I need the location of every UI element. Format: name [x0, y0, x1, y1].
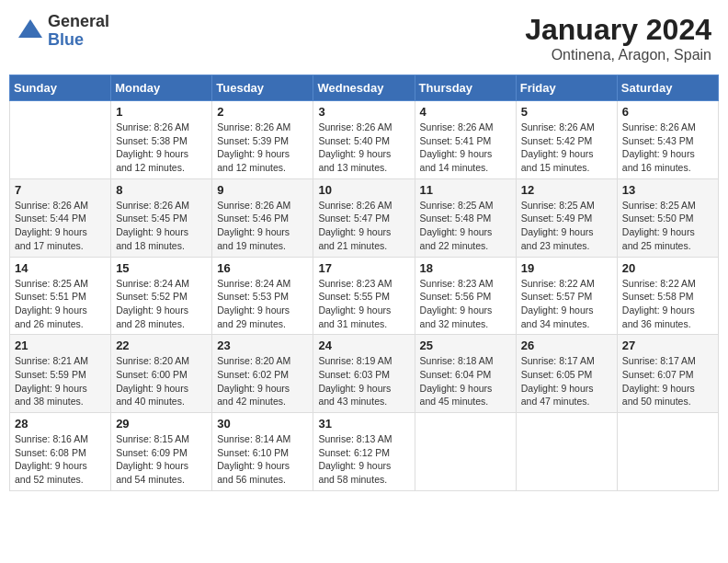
- day-number: 3: [318, 105, 409, 119]
- day-info: Sunrise: 8:23 AMSunset: 5:55 PMDaylight:…: [318, 277, 409, 331]
- calendar-cell: 28Sunrise: 8:16 AMSunset: 6:08 PMDayligh…: [10, 413, 111, 491]
- week-row-4: 21Sunrise: 8:21 AMSunset: 5:59 PMDayligh…: [10, 335, 719, 413]
- calendar-cell: 27Sunrise: 8:17 AMSunset: 6:07 PMDayligh…: [617, 335, 718, 413]
- day-of-week-thursday: Thursday: [415, 75, 516, 101]
- day-info: Sunrise: 8:22 AMSunset: 5:58 PMDaylight:…: [622, 277, 713, 331]
- calendar-cell: 16Sunrise: 8:24 AMSunset: 5:53 PMDayligh…: [212, 257, 313, 335]
- day-number: 1: [116, 105, 207, 119]
- page-header: General Blue January 2024 Ontinena, Arag…: [9, 9, 719, 67]
- calendar-cell: 25Sunrise: 8:18 AMSunset: 6:04 PMDayligh…: [415, 335, 516, 413]
- day-info: Sunrise: 8:16 AMSunset: 6:08 PMDaylight:…: [15, 432, 106, 487]
- calendar-cell: 8Sunrise: 8:26 AMSunset: 5:45 PMDaylight…: [111, 178, 212, 257]
- day-number: 26: [521, 339, 612, 352]
- calendar-cell: 6Sunrise: 8:26 AMSunset: 5:43 PMDaylight…: [617, 101, 718, 179]
- day-of-week-saturday: Saturday: [617, 75, 718, 101]
- day-of-week-sunday: Sunday: [10, 75, 111, 101]
- day-number: 10: [318, 183, 409, 197]
- calendar-cell: 23Sunrise: 8:20 AMSunset: 6:02 PMDayligh…: [212, 335, 313, 413]
- day-number: 4: [420, 105, 511, 119]
- day-number: 25: [420, 339, 511, 352]
- calendar-cell: 31Sunrise: 8:13 AMSunset: 6:12 PMDayligh…: [313, 413, 415, 491]
- day-number: 29: [116, 417, 207, 431]
- calendar-cell: 5Sunrise: 8:26 AMSunset: 5:42 PMDaylight…: [516, 101, 617, 179]
- week-row-1: 1Sunrise: 8:26 AMSunset: 5:38 PMDaylight…: [10, 101, 719, 179]
- calendar-cell: 2Sunrise: 8:26 AMSunset: 5:39 PMDaylight…: [212, 101, 313, 179]
- calendar-cell: 24Sunrise: 8:19 AMSunset: 6:03 PMDayligh…: [313, 335, 415, 413]
- calendar-cell: 26Sunrise: 8:17 AMSunset: 6:05 PMDayligh…: [516, 335, 617, 413]
- calendar-cell: 11Sunrise: 8:25 AMSunset: 5:48 PMDayligh…: [415, 178, 516, 257]
- logo-general: General: [48, 12, 109, 30]
- calendar-cell: 21Sunrise: 8:21 AMSunset: 5:59 PMDayligh…: [10, 335, 111, 413]
- day-number: 19: [521, 261, 612, 275]
- day-number: 24: [318, 339, 409, 352]
- day-number: 27: [622, 339, 713, 352]
- day-info: Sunrise: 8:25 AMSunset: 5:49 PMDaylight:…: [521, 199, 612, 253]
- calendar-cell: 3Sunrise: 8:26 AMSunset: 5:40 PMDaylight…: [313, 101, 415, 179]
- calendar-cell: 20Sunrise: 8:22 AMSunset: 5:58 PMDayligh…: [617, 257, 718, 335]
- calendar-cell: 4Sunrise: 8:26 AMSunset: 5:41 PMDaylight…: [415, 101, 516, 179]
- day-info: Sunrise: 8:14 AMSunset: 6:10 PMDaylight:…: [217, 432, 308, 487]
- calendar-table: SundayMondayTuesdayWednesdayThursdayFrid…: [9, 75, 719, 491]
- week-row-5: 28Sunrise: 8:16 AMSunset: 6:08 PMDayligh…: [10, 413, 719, 491]
- calendar-header: SundayMondayTuesdayWednesdayThursdayFrid…: [10, 75, 719, 101]
- day-number: 16: [217, 261, 308, 275]
- day-info: Sunrise: 8:17 AMSunset: 6:07 PMDaylight:…: [622, 354, 713, 408]
- day-info: Sunrise: 8:25 AMSunset: 5:51 PMDaylight:…: [15, 277, 106, 331]
- day-number: 23: [217, 339, 308, 352]
- calendar-cell: 19Sunrise: 8:22 AMSunset: 5:57 PMDayligh…: [516, 257, 617, 335]
- calendar-cell: 12Sunrise: 8:25 AMSunset: 5:49 PMDayligh…: [516, 178, 617, 257]
- day-info: Sunrise: 8:24 AMSunset: 5:53 PMDaylight:…: [217, 277, 308, 331]
- calendar-cell: [617, 413, 718, 491]
- day-info: Sunrise: 8:13 AMSunset: 6:12 PMDaylight:…: [318, 432, 409, 487]
- day-info: Sunrise: 8:19 AMSunset: 6:03 PMDaylight:…: [318, 354, 409, 408]
- day-info: Sunrise: 8:23 AMSunset: 5:56 PMDaylight:…: [420, 277, 511, 331]
- day-number: 12: [521, 183, 612, 197]
- calendar-cell: 9Sunrise: 8:26 AMSunset: 5:46 PMDaylight…: [212, 178, 313, 257]
- day-info: Sunrise: 8:15 AMSunset: 6:09 PMDaylight:…: [116, 432, 207, 487]
- calendar-cell: 15Sunrise: 8:24 AMSunset: 5:52 PMDayligh…: [111, 257, 212, 335]
- day-of-week-tuesday: Tuesday: [212, 75, 313, 101]
- week-row-3: 14Sunrise: 8:25 AMSunset: 5:51 PMDayligh…: [10, 257, 719, 335]
- day-number: 31: [318, 417, 409, 431]
- day-number: 9: [217, 183, 308, 197]
- logo-text: General Blue: [48, 13, 109, 50]
- day-info: Sunrise: 8:26 AMSunset: 5:43 PMDaylight:…: [622, 121, 713, 175]
- day-info: Sunrise: 8:26 AMSunset: 5:46 PMDaylight:…: [217, 199, 308, 253]
- calendar-cell: 29Sunrise: 8:15 AMSunset: 6:09 PMDayligh…: [111, 413, 212, 491]
- day-number: 30: [217, 417, 308, 431]
- day-of-week-monday: Monday: [111, 75, 212, 101]
- day-number: 6: [622, 105, 713, 119]
- calendar-cell: 7Sunrise: 8:26 AMSunset: 5:44 PMDaylight…: [10, 178, 111, 257]
- day-of-week-friday: Friday: [516, 75, 617, 101]
- day-number: 14: [15, 261, 106, 275]
- day-info: Sunrise: 8:20 AMSunset: 6:00 PMDaylight:…: [116, 354, 207, 408]
- calendar-cell: [516, 413, 617, 491]
- day-number: 22: [116, 339, 207, 352]
- day-info: Sunrise: 8:26 AMSunset: 5:42 PMDaylight:…: [521, 121, 612, 175]
- day-info: Sunrise: 8:18 AMSunset: 6:04 PMDaylight:…: [420, 354, 511, 408]
- calendar-cell: [10, 101, 111, 179]
- day-number: 11: [420, 183, 511, 197]
- day-info: Sunrise: 8:26 AMSunset: 5:41 PMDaylight:…: [420, 121, 511, 175]
- day-of-week-wednesday: Wednesday: [313, 75, 415, 101]
- day-info: Sunrise: 8:25 AMSunset: 5:48 PMDaylight:…: [420, 199, 511, 253]
- week-row-2: 7Sunrise: 8:26 AMSunset: 5:44 PMDaylight…: [10, 178, 719, 257]
- day-info: Sunrise: 8:26 AMSunset: 5:38 PMDaylight:…: [116, 121, 207, 175]
- day-number: 17: [318, 261, 409, 275]
- day-number: 15: [116, 261, 207, 275]
- calendar-cell: 10Sunrise: 8:26 AMSunset: 5:47 PMDayligh…: [313, 178, 415, 257]
- day-number: 2: [217, 105, 308, 119]
- day-number: 18: [420, 261, 511, 275]
- day-number: 28: [15, 417, 106, 431]
- calendar-cell: [415, 413, 516, 491]
- day-info: Sunrise: 8:26 AMSunset: 5:47 PMDaylight:…: [318, 199, 409, 253]
- day-number: 21: [15, 339, 106, 352]
- day-info: Sunrise: 8:25 AMSunset: 5:50 PMDaylight:…: [622, 199, 713, 253]
- logo: General Blue: [17, 13, 109, 50]
- calendar-cell: 1Sunrise: 8:26 AMSunset: 5:38 PMDaylight…: [111, 101, 212, 179]
- day-number: 7: [15, 183, 106, 197]
- title-block: January 2024 Ontinena, Aragon, Spain: [525, 13, 711, 63]
- day-number: 5: [521, 105, 612, 119]
- calendar-cell: 17Sunrise: 8:23 AMSunset: 5:55 PMDayligh…: [313, 257, 415, 335]
- logo-icon: [17, 17, 44, 45]
